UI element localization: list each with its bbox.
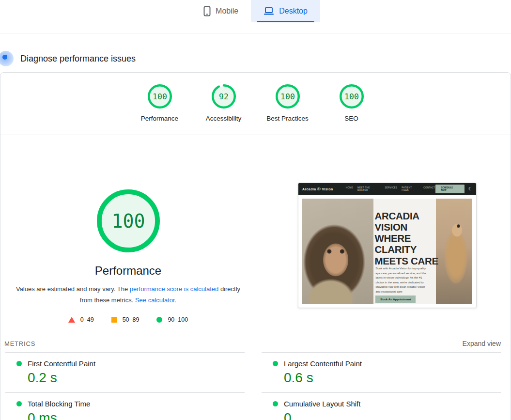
thumb-hero-content: ARCADIA VISION WHERE CLARITY MEETS CARE … xyxy=(373,199,435,304)
thumb-hero-section: ARCADIA VISION WHERE CLARITY MEETS CARE … xyxy=(302,199,472,304)
thumb-hero-title: ARCADIA VISION WHERE CLARITY MEETS CARE xyxy=(374,210,438,266)
metric-pass-dot-icon xyxy=(16,361,22,366)
metric-value: 0.6 s xyxy=(284,370,501,386)
page-title: Diagnose performance issues xyxy=(20,54,136,64)
final-screenshot-thumbnail: Arcadia Vision HOMEMEET THE DOCTORSERVIC… xyxy=(298,183,477,308)
metric-name: First Contentful Paint xyxy=(28,359,95,368)
diagnose-header: Diagnose performance issues xyxy=(0,51,511,66)
disclaimer-text: Values are estimated and may vary. The xyxy=(16,285,130,293)
thumb-site-navbar: Arcadia Vision HOMEMEET THE DOCTORSERVIC… xyxy=(298,183,476,195)
legend-range-label: 0–49 xyxy=(80,316,94,323)
metric-value: 0 xyxy=(284,410,501,420)
active-tab-underline xyxy=(257,21,314,22)
circle-icon xyxy=(156,317,162,323)
legend-item-triangle: 0–49 xyxy=(68,316,94,323)
score-gauge-best-practices[interactable]: 100Best Practices xyxy=(256,84,320,122)
eye-icon xyxy=(317,187,321,190)
tab-mobile-label: Mobile xyxy=(216,7,238,16)
thumb-logo-text-right: Vision xyxy=(322,187,333,191)
thumb-book-appointment-button: Book An Appointment xyxy=(375,296,416,303)
score-gauge-performance[interactable]: 100Performance xyxy=(128,84,192,122)
disclaimer-text: . xyxy=(175,296,177,304)
thumb-nav-links: HOMEMEET THE DOCTORSERVICESPATIENT FILES… xyxy=(346,187,435,191)
thumb-schedule-button: SCHEDULE NOW xyxy=(435,185,465,193)
mobile-phone-icon xyxy=(203,6,211,16)
pagespeed-results-page: Mobile Desktop Diagnose performance issu… xyxy=(0,0,511,420)
score-category-label: Performance xyxy=(141,115,178,122)
legend-range-label: 50–89 xyxy=(123,316,139,323)
thumb-nav-link: SERVICES xyxy=(385,187,397,191)
thumb-nav-link: PATIENT FILES xyxy=(402,187,419,191)
metric-total-blocking-time: Total Blocking Time0 ms xyxy=(5,392,245,420)
score-disclaimer: Values are estimated and may vary. The p… xyxy=(15,284,242,306)
svg-text:100: 100 xyxy=(280,92,295,101)
metric-largest-contentful-paint: Largest Contentful Paint0.6 s xyxy=(262,352,501,392)
performance-score-gauge: 100 xyxy=(96,189,160,255)
see-calculator-link[interactable]: See calculator xyxy=(135,296,175,304)
score-gauge-accessibility[interactable]: 92Accessibility xyxy=(192,84,256,122)
thumb-nav-link: MEET THE DOCTOR xyxy=(357,187,381,191)
desktop-laptop-icon xyxy=(263,7,274,16)
square-icon xyxy=(111,317,117,323)
metric-pass-dot-icon xyxy=(273,361,278,366)
metrics-section-label: METRICS xyxy=(4,340,35,347)
metrics-grid: First Contentful Paint0.2 sLargest Conte… xyxy=(5,352,501,420)
performance-gauge-column: 100 Performance Values are estimated and… xyxy=(0,135,256,335)
expand-view-button[interactable]: Expand view xyxy=(463,340,501,347)
thumb-photo-woman-glasses xyxy=(302,199,373,304)
thumb-site-logo: Arcadia Vision xyxy=(302,187,333,191)
score-category-label: Accessibility xyxy=(206,115,242,122)
metric-name: Largest Contentful Paint xyxy=(284,359,362,368)
metric-first-contentful-paint: First Contentful Paint0.2 s xyxy=(5,352,245,392)
legend-range-label: 90–100 xyxy=(168,316,188,323)
metric-pass-dot-icon xyxy=(273,401,278,406)
moon-icon: ☾ xyxy=(468,187,472,191)
score-range-legend: 0–4950–8990–100 xyxy=(68,316,188,323)
svg-text:100: 100 xyxy=(111,210,145,232)
score-gauge-seo[interactable]: 100SEO xyxy=(320,84,384,122)
svg-text:100: 100 xyxy=(153,92,167,101)
thumb-nav-link: HOME xyxy=(346,187,353,191)
svg-text:92: 92 xyxy=(219,92,229,101)
metric-value: 0.2 s xyxy=(28,370,245,386)
metric-name: Total Blocking Time xyxy=(28,400,90,408)
metric-value: 0 ms xyxy=(28,410,245,420)
lighthouse-report-card: 100Performance92Accessibility100Best Pra… xyxy=(0,72,511,420)
thumb-hero-paragraph: Book with Arcadia Vision for top-quality… xyxy=(375,266,428,295)
legend-item-square: 50–89 xyxy=(111,316,139,323)
tab-mobile[interactable]: Mobile xyxy=(191,0,251,22)
device-tab-bar: Mobile Desktop xyxy=(0,0,511,33)
speedometer-needle xyxy=(2,55,7,60)
performance-score-calculated-link[interactable]: performance score is calculated xyxy=(130,285,219,293)
metric-pass-dot-icon xyxy=(16,401,22,406)
thumb-photo-right xyxy=(436,199,472,304)
category-score-row: 100Performance92Accessibility100Best Pra… xyxy=(0,73,511,135)
legend-item-circle: 90–100 xyxy=(156,316,188,323)
svg-text:100: 100 xyxy=(344,92,359,101)
tab-desktop-label: Desktop xyxy=(279,7,308,16)
score-category-label: Best Practices xyxy=(266,115,308,122)
triangle-icon xyxy=(68,317,75,323)
metric-cumulative-layout-shift: Cumulative Layout Shift0 xyxy=(262,392,501,420)
thumb-logo-text-left: Arcadia xyxy=(302,187,316,191)
score-category-label: SEO xyxy=(344,115,358,122)
vertical-divider xyxy=(256,220,256,272)
pagespeed-insights-icon xyxy=(0,51,14,66)
performance-summary-panel: 100 Performance Values are estimated and… xyxy=(0,135,511,335)
metrics-header: METRICS Expand view xyxy=(0,335,511,352)
thumb-nav-link: CONTACT xyxy=(423,187,435,191)
tab-desktop[interactable]: Desktop xyxy=(251,0,320,22)
performance-title: Performance xyxy=(95,264,161,278)
metric-name: Cumulative Layout Shift xyxy=(284,400,360,408)
